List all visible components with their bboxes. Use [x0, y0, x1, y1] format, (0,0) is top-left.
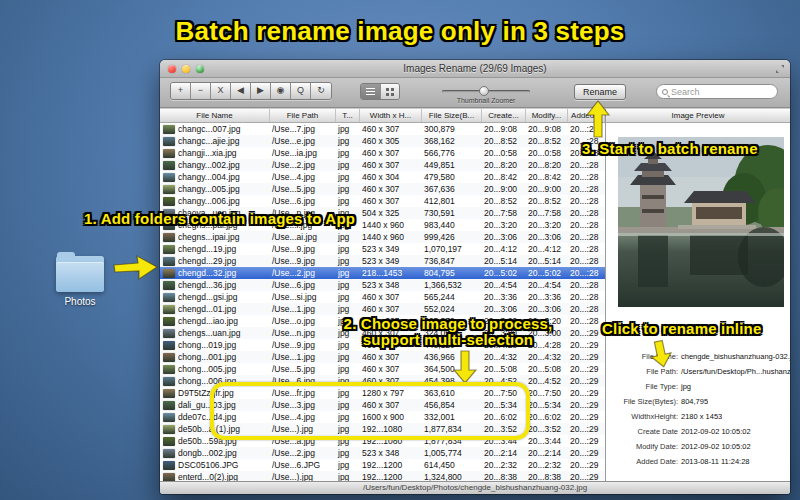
cell-size: 1,005,774: [422, 448, 482, 458]
photos-folder[interactable]: Photos: [52, 248, 108, 306]
cell-size: 736,847: [422, 256, 482, 266]
cell-created: 20...3:06: [482, 304, 526, 314]
cell-path: /Use...2.jpg: [270, 448, 336, 458]
column-header[interactable]: Modify...: [526, 109, 568, 122]
table-row[interactable]: dongb...002.jpg/Use...2.jpgjpg523 x 3481…: [160, 447, 605, 459]
table-row[interactable]: changy...006.jpg/Use...6.jpgjpg460 x 307…: [160, 195, 605, 207]
table-row[interactable]: chengd...gsi.jpg/Use...si.jpgjpg460 x 30…: [160, 291, 605, 303]
metadata-value[interactable]: 2180 x 1453: [678, 412, 722, 421]
cell-modified: 20...2:14: [526, 448, 568, 458]
search-icon: [662, 89, 668, 95]
metadata-value[interactable]: 2012-09-02 10:05:02: [678, 442, 751, 451]
cell-path: /Use...1.jpg: [270, 304, 336, 314]
thumbnail-zoomer-slider[interactable]: [442, 90, 530, 93]
cell-path: /Use...o.jpg: [270, 316, 336, 326]
cell-modified: 20...4:54: [526, 280, 568, 290]
table-row[interactable]: changy...005.jpg/Use...5.jpgjpg460 x 307…: [160, 183, 605, 195]
cell-name: changy...005.jpg: [176, 184, 270, 194]
table-row[interactable]: changy...004.jpg/Use...4.jpgjpg460 x 304…: [160, 171, 605, 183]
cell-name: changji...xia.jpg: [176, 148, 270, 158]
table-row[interactable]: changc...007.jpg/Use...7.jpgjpg460 x 307…: [160, 123, 605, 135]
cell-type: jpg: [336, 184, 360, 194]
column-header[interactable]: File Name: [160, 109, 270, 122]
zoom-button[interactable]: [196, 65, 204, 73]
quicklook-button[interactable]: ◉: [271, 83, 291, 99]
cell-added: 20...:29: [568, 328, 605, 338]
cell-added: 20...:29: [568, 352, 605, 362]
cell-name: chong...005.jpg: [176, 364, 270, 374]
search-field[interactable]: Search: [656, 84, 778, 99]
remove-button[interactable]: −: [191, 83, 211, 99]
list-view-button[interactable]: [361, 84, 380, 99]
step3-annotation: 3. Start to batch rename: [582, 140, 758, 157]
cell-size: 565,244: [422, 292, 482, 302]
table-row[interactable]: chegns...ipai.jpg/Use...ai.jpgjpg1440 x …: [160, 231, 605, 243]
thumbnail-icon: [163, 197, 175, 206]
cell-modified: 20...5:08: [526, 364, 568, 374]
table-row[interactable]: changc...ajie.jpg/Use...e.jpgjpg460 x 30…: [160, 135, 605, 147]
column-header[interactable]: Create...: [482, 109, 526, 122]
next-button[interactable]: ▶: [251, 83, 271, 99]
table-row[interactable]: DSC05106.JPG/Use...6.JPGjpg192...1200614…: [160, 459, 605, 471]
table-row[interactable]: chengd...36.jpg/Use...6.jpgjpg523 x 3481…: [160, 279, 605, 291]
table-row[interactable]: chengd...32.jpg/Use...2.jpgjpg218...1453…: [160, 267, 605, 279]
metadata-value[interactable]: chengde_bishushanzhuang-032.jpg: [678, 352, 790, 361]
add-button[interactable]: +: [171, 83, 191, 99]
table-row[interactable]: chengd...01.jpg/Use...1.jpgjpg460 x 3075…: [160, 303, 605, 315]
cell-name: chengd...19.jpg: [176, 244, 270, 254]
delete-button[interactable]: X: [211, 83, 231, 99]
cell-name: chengs...uan.jpg: [176, 328, 270, 338]
cell-path: /Use...).jpg: [270, 472, 336, 481]
cell-added: 20...:28: [568, 208, 605, 218]
metadata-value[interactable]: /Users/fun/Desktop/Ph...hushanzhuang-032…: [678, 367, 790, 376]
metadata-value[interactable]: jpg: [678, 382, 691, 391]
column-header[interactable]: Width x H...: [360, 109, 422, 122]
metadata-value[interactable]: 804,795: [678, 397, 708, 406]
cell-path: /Use...n.jpg: [270, 328, 336, 338]
metadata-value[interactable]: 2012-09-02 10:05:02: [678, 427, 751, 436]
column-header[interactable]: File Path: [270, 109, 336, 122]
column-header[interactable]: T...: [336, 109, 360, 122]
slider-label: Thumbnail Zoomer: [412, 97, 560, 104]
refresh-button[interactable]: ↻: [311, 83, 331, 99]
cell-added: 20...:29: [568, 376, 605, 386]
metadata-label: File Path:: [606, 367, 678, 376]
slider-knob[interactable]: [479, 86, 489, 96]
prev-button[interactable]: ◀: [231, 83, 251, 99]
thumbnail-icon: [163, 305, 175, 314]
cell-type: jpg: [336, 472, 360, 481]
cell-added: 20...:28: [568, 196, 605, 206]
cell-modified: 20...2:32: [526, 460, 568, 470]
cell-path: /Use...si.jpg: [270, 292, 336, 302]
cell-path: /Use...4.jpg: [270, 172, 336, 182]
table-row[interactable]: enterd...0(2).jpg/Use...).jpgjpg192...12…: [160, 471, 605, 481]
table-row[interactable]: chengd...19.jpg/Use...9.jpgjpg523 x 3491…: [160, 243, 605, 255]
minimize-button[interactable]: [182, 65, 190, 73]
grid-view-button[interactable]: [380, 84, 399, 99]
table-row[interactable]: changy...002.jpg/Use...2.jpgjpg460 x 307…: [160, 159, 605, 171]
metadata-value[interactable]: 2013-08-11 11:24:28: [678, 457, 750, 466]
grid-icon: [386, 88, 394, 96]
cell-added: 20...:28: [568, 292, 605, 302]
zoom-button[interactable]: Q: [291, 83, 311, 99]
cell-modified: 20...3:20: [526, 220, 568, 230]
cell-dim: 460 x 307: [360, 364, 422, 374]
table-row[interactable]: chengd...29.jpg/Use...9.jpgjpg523 x 3497…: [160, 255, 605, 267]
table-row[interactable]: changji...xia.jpg/Use...ia.jpgjpg460 x 3…: [160, 147, 605, 159]
thumbnail-icon: [163, 281, 175, 290]
cell-created: 20...8:52: [482, 196, 526, 206]
table-row[interactable]: chong...005.jpg/Use...5.jpgjpg460 x 3073…: [160, 363, 605, 375]
rename-button[interactable]: Rename: [574, 84, 626, 100]
preview-pane: Image Preview: [605, 109, 790, 481]
title-bar[interactable]: Images Rename (29/69 Images): [160, 60, 790, 78]
cell-created: 20...5:08: [482, 364, 526, 374]
cell-dim: 460 x 307: [360, 196, 422, 206]
cell-modified: 20...9:08: [526, 124, 568, 134]
cell-added: 20...:29: [568, 436, 605, 446]
close-button[interactable]: [168, 65, 176, 73]
fullscreen-icon[interactable]: [775, 64, 785, 74]
cell-dim: 460 x 307: [360, 184, 422, 194]
cell-added: 20...:28: [568, 160, 605, 170]
table-row[interactable]: chong...001.jpg/Use...1.jpgjpg460 x 3074…: [160, 351, 605, 363]
column-header[interactable]: File Size(B...: [422, 109, 482, 122]
